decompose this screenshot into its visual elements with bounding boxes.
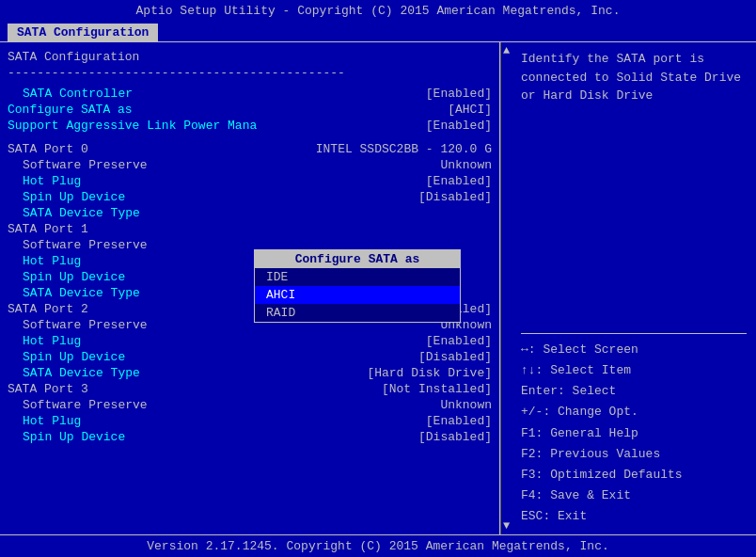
hot-plug3-label: Hot Plug [8, 414, 81, 428]
hot-plug0-value: [Enabled] [426, 174, 492, 188]
aggressive-link-label: Support Aggressive Link Power Mana [8, 119, 257, 133]
key-esc: ESC: Exit [521, 506, 747, 527]
menu-row-spin-up0[interactable]: Spin Up Device [Disabled] [8, 189, 492, 205]
help-text: Identify the SATA port is connected to S… [521, 50, 747, 327]
configure-sata-dropdown[interactable]: Configure SATA as IDE AHCI RAID [254, 249, 461, 323]
software-preserve2-label: Software Preserve [8, 318, 148, 332]
divider: ----------------------------------------… [8, 66, 492, 80]
sata-port3-value: [Not Installed] [382, 382, 492, 396]
software-preserve3-label: Software Preserve [8, 398, 148, 412]
left-panel: SATA Configuration ---------------------… [0, 42, 500, 534]
hot-plug1-label: Hot Plug [8, 254, 81, 268]
menu-row-hot-plug2[interactable]: Hot Plug [Enabled] [8, 333, 492, 349]
sata-port2-label: SATA Port 2 [8, 302, 88, 316]
menu-row-software-preserve0: Software Preserve Unknown [8, 157, 492, 173]
sata-type1-label: SATA Device Type [8, 286, 140, 300]
configure-sata-value: [AHCI] [448, 103, 492, 117]
sata-port0-label: SATA Port 0 [8, 142, 88, 156]
dropdown-title: Configure SATA as [255, 250, 460, 268]
software-preserve1-label: Software Preserve [8, 238, 148, 252]
key-select-item: ↑↓: Select Item [521, 360, 747, 381]
menu-row-spin-up3[interactable]: Spin Up Device [Disabled] [8, 429, 492, 445]
software-preserve0-value: Unknown [440, 158, 492, 172]
key-divider [521, 333, 747, 334]
tab-bar: SATA Configuration [0, 22, 756, 41]
menu-row-configure-sata[interactable]: Configure SATA as [AHCI] [8, 102, 492, 118]
hot-plug0-label: Hot Plug [8, 174, 81, 188]
sata-port1-label: SATA Port 1 [8, 222, 88, 236]
sata-port0-value: INTEL SSDSC2BB - 120.0 G [316, 142, 492, 156]
spin-up0-value: [Disabled] [418, 190, 492, 204]
menu-row-sata-controller[interactable]: SATA Controller [Enabled] [8, 86, 492, 102]
dropdown-item-ide[interactable]: IDE [255, 268, 460, 286]
spin-up3-value: [Disabled] [418, 430, 492, 444]
sata-type2-value: [Hard Disk Drive] [367, 366, 492, 380]
footer: Version 2.17.1245. Copyright (C) 2015 Am… [0, 534, 756, 557]
spin-up0-label: Spin Up Device [8, 190, 125, 204]
key-f3: F3: Optimized Defaults [521, 465, 747, 485]
key-enter: Enter: Select [521, 381, 747, 402]
footer-text: Version 2.17.1245. Copyright (C) 2015 Am… [147, 539, 608, 553]
menu-row-sata-type0[interactable]: SATA Device Type [8, 205, 492, 221]
menu-row-aggressive-link[interactable]: Support Aggressive Link Power Mana [Enab… [8, 118, 492, 134]
scroll-down-arrow[interactable]: ▼ [503, 519, 510, 533]
key-f1: F1: General Help [521, 423, 747, 444]
menu-row-sata-port3: SATA Port 3 [Not Installed] [8, 381, 492, 397]
right-panel: Identify the SATA port is connected to S… [512, 42, 756, 534]
spin-up2-value: [Disabled] [418, 350, 492, 364]
spin-up2-label: Spin Up Device [8, 350, 125, 364]
menu-row-software-preserve3: Software Preserve Unknown [8, 397, 492, 413]
sata-type2-label: SATA Device Type [8, 366, 140, 380]
key-help: ↔: Select Screen ↑↓: Select Item Enter: … [521, 340, 747, 527]
dropdown-item-raid[interactable]: RAID [255, 304, 460, 322]
spin-up3-label: Spin Up Device [8, 430, 125, 444]
main-content: SATA Configuration ---------------------… [0, 41, 756, 534]
dropdown-item-ahci[interactable]: AHCI [255, 286, 460, 304]
menu-row-sata-port1: SATA Port 1 [8, 221, 492, 237]
key-select-screen: ↔: Select Screen [521, 340, 747, 360]
sata-controller-label: SATA Controller [8, 87, 133, 101]
hot-plug2-label: Hot Plug [8, 334, 81, 348]
menu-row-hot-plug3[interactable]: Hot Plug [Enabled] [8, 413, 492, 429]
sata-port3-label: SATA Port 3 [8, 382, 88, 396]
software-preserve0-label: Software Preserve [8, 158, 148, 172]
configure-sata-label: Configure SATA as [8, 103, 133, 117]
scroll-up-arrow[interactable]: ▲ [503, 44, 510, 57]
hot-plug2-value: [Enabled] [426, 334, 492, 348]
hot-plug3-value: [Enabled] [426, 414, 492, 428]
key-change-opt: +/-: Change Opt. [521, 402, 747, 422]
menu-row-sata-port0: SATA Port 0 INTEL SSDSC2BB - 120.0 G [8, 141, 492, 157]
title-text: Aptio Setup Utility - Copyright (C) 2015… [136, 4, 621, 18]
spin-up1-label: Spin Up Device [8, 270, 125, 284]
key-f4: F4: Save & Exit [521, 485, 747, 506]
bios-screen: Aptio Setup Utility - Copyright (C) 2015… [0, 0, 756, 557]
title-bar: Aptio Setup Utility - Copyright (C) 2015… [0, 0, 756, 22]
menu-row-hot-plug0[interactable]: Hot Plug [Enabled] [8, 173, 492, 189]
sata-type0-label: SATA Device Type [8, 206, 140, 220]
menu-row-sata-type2[interactable]: SATA Device Type [Hard Disk Drive] [8, 365, 492, 381]
key-f2: F2: Previous Values [521, 444, 747, 465]
menu-row-spin-up2[interactable]: Spin Up Device [Disabled] [8, 349, 492, 365]
section-title: SATA Configuration [8, 50, 492, 64]
sata-config-tab[interactable]: SATA Configuration [8, 24, 158, 41]
software-preserve3-value: Unknown [440, 398, 492, 412]
aggressive-link-value: [Enabled] [426, 119, 492, 133]
scrollbar[interactable]: ▲ ▼ [500, 42, 512, 534]
sata-controller-value: [Enabled] [426, 87, 492, 101]
left-scroll-wrapper: SATA Configuration ---------------------… [0, 42, 512, 534]
